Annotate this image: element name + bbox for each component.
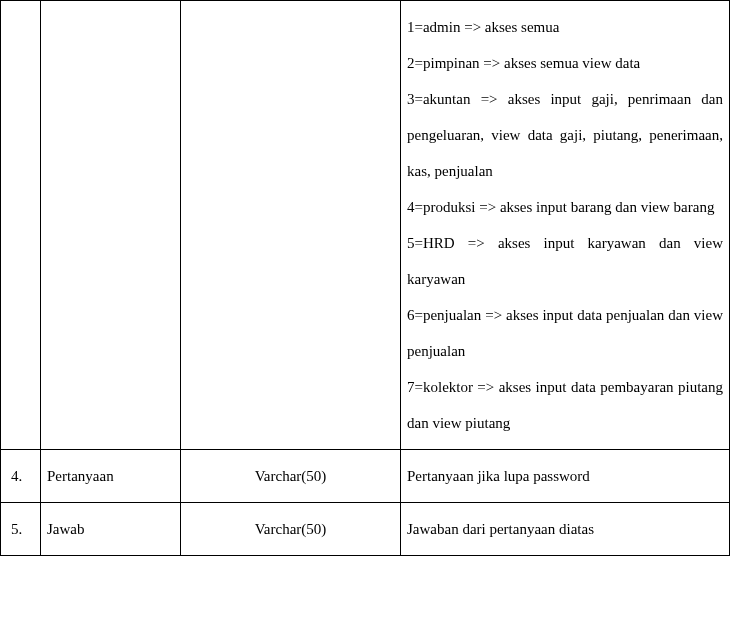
desc-line: 1=admin => akses semua <box>407 9 723 45</box>
desc-line: 7=kolektor => akses input data pembayara… <box>407 369 723 441</box>
cell-desc: Jawaban dari pertanyaan diatas <box>401 503 730 556</box>
desc-line: 3=akuntan => akses input gaji, penrimaan… <box>407 81 723 189</box>
cell-no: 5. <box>1 503 41 556</box>
desc-line: 4=produksi => akses input barang dan vie… <box>407 189 723 225</box>
desc-line: Pertanyaan jika lupa password <box>407 458 723 494</box>
desc-line: 5=HRD => akses input karyawan dan view k… <box>407 225 723 297</box>
cell-name: Jawab <box>41 503 181 556</box>
cell-name <box>41 1 181 450</box>
cell-type <box>181 1 401 450</box>
desc-line: 6=penjualan => akses input data penjuala… <box>407 297 723 369</box>
cell-desc: 1=admin => akses semua 2=pimpinan => aks… <box>401 1 730 450</box>
desc-line: Jawaban dari pertanyaan diatas <box>407 511 723 547</box>
cell-type: Varchar(50) <box>181 503 401 556</box>
desc-line: 2=pimpinan => akses semua view data <box>407 45 723 81</box>
table-row: 4. Pertanyaan Varchar(50) Pertanyaan jik… <box>1 450 730 503</box>
table-row: 5. Jawab Varchar(50) Jawaban dari pertan… <box>1 503 730 556</box>
cell-no <box>1 1 41 450</box>
table-row: 1=admin => akses semua 2=pimpinan => aks… <box>1 1 730 450</box>
spec-table: 1=admin => akses semua 2=pimpinan => aks… <box>0 0 730 556</box>
cell-type: Varchar(50) <box>181 450 401 503</box>
cell-name: Pertanyaan <box>41 450 181 503</box>
cell-desc: Pertanyaan jika lupa password <box>401 450 730 503</box>
cell-no: 4. <box>1 450 41 503</box>
